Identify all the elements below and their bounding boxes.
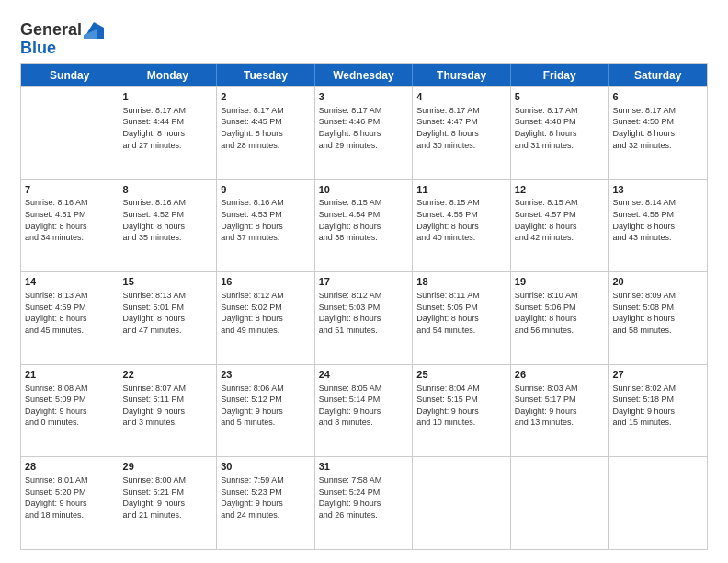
calendar-week-4: 21Sunrise: 8:08 AM Sunset: 5:09 PM Dayli…	[21, 364, 707, 457]
day-number: 7	[25, 183, 115, 197]
logo-icon	[84, 22, 104, 39]
day-number: 31	[319, 460, 409, 474]
calendar-cell: 19Sunrise: 8:10 AM Sunset: 5:06 PM Dayli…	[511, 272, 609, 364]
day-number: 17	[319, 275, 409, 289]
day-number: 19	[515, 275, 605, 289]
day-info: Sunrise: 8:02 AM Sunset: 5:18 PM Dayligh…	[612, 383, 703, 429]
day-number: 23	[221, 368, 311, 382]
day-info: Sunrise: 7:59 AM Sunset: 5:23 PM Dayligh…	[221, 475, 311, 521]
day-info: Sunrise: 8:03 AM Sunset: 5:17 PM Dayligh…	[515, 383, 605, 429]
calendar-week-5: 28Sunrise: 8:01 AM Sunset: 5:20 PM Dayli…	[21, 456, 707, 549]
day-number: 9	[221, 183, 311, 197]
calendar-cell: 6Sunrise: 8:17 AM Sunset: 4:50 PM Daylig…	[609, 87, 707, 179]
day-info: Sunrise: 8:17 AM Sunset: 4:44 PM Dayligh…	[123, 105, 213, 151]
day-number: 3	[319, 90, 409, 104]
calendar-cell: 22Sunrise: 8:07 AM Sunset: 5:11 PM Dayli…	[119, 365, 218, 457]
day-number: 30	[221, 460, 311, 474]
calendar-cell: 18Sunrise: 8:11 AM Sunset: 5:05 PM Dayli…	[413, 272, 511, 364]
calendar-cell: 30Sunrise: 7:59 AM Sunset: 5:23 PM Dayli…	[217, 457, 315, 549]
day-number: 11	[416, 183, 506, 197]
day-number: 22	[123, 368, 213, 382]
day-info: Sunrise: 8:16 AM Sunset: 4:53 PM Dayligh…	[221, 197, 311, 243]
calendar-cell: 16Sunrise: 8:12 AM Sunset: 5:02 PM Dayli…	[217, 272, 315, 364]
day-number: 26	[515, 368, 605, 382]
day-number: 25	[416, 368, 506, 382]
calendar-cell: 12Sunrise: 8:15 AM Sunset: 4:57 PM Dayli…	[511, 180, 609, 272]
calendar-cell	[413, 457, 511, 549]
calendar: Sunday Monday Tuesday Wednesday Thursday…	[20, 63, 708, 550]
header-wednesday: Wednesday	[315, 64, 414, 86]
day-number: 1	[123, 90, 213, 104]
page: General Blue Sunday Monday Tuesday Wedne…	[0, 0, 728, 563]
day-info: Sunrise: 8:10 AM Sunset: 5:06 PM Dayligh…	[515, 290, 605, 336]
day-info: Sunrise: 8:16 AM Sunset: 4:52 PM Dayligh…	[123, 197, 213, 243]
calendar-cell: 11Sunrise: 8:15 AM Sunset: 4:55 PM Dayli…	[413, 180, 511, 272]
calendar-cell: 21Sunrise: 8:08 AM Sunset: 5:09 PM Dayli…	[21, 365, 119, 457]
logo-general-text: General	[20, 20, 82, 40]
day-info: Sunrise: 8:11 AM Sunset: 5:05 PM Dayligh…	[416, 290, 506, 336]
calendar-cell: 24Sunrise: 8:05 AM Sunset: 5:14 PM Dayli…	[315, 365, 414, 457]
day-number: 8	[123, 183, 213, 197]
calendar-cell: 7Sunrise: 8:16 AM Sunset: 4:51 PM Daylig…	[21, 180, 119, 272]
logo: General Blue	[20, 20, 104, 56]
day-info: Sunrise: 8:12 AM Sunset: 5:03 PM Dayligh…	[319, 290, 409, 336]
calendar-cell: 17Sunrise: 8:12 AM Sunset: 5:03 PM Dayli…	[315, 272, 414, 364]
calendar-cell: 25Sunrise: 8:04 AM Sunset: 5:15 PM Dayli…	[413, 365, 511, 457]
calendar-cell: 9Sunrise: 8:16 AM Sunset: 4:53 PM Daylig…	[217, 180, 315, 272]
calendar-week-3: 14Sunrise: 8:13 AM Sunset: 4:59 PM Dayli…	[21, 271, 707, 364]
day-number: 6	[612, 90, 703, 104]
day-info: Sunrise: 8:17 AM Sunset: 4:50 PM Dayligh…	[612, 105, 703, 151]
calendar-cell	[511, 457, 609, 549]
calendar-cell: 1Sunrise: 8:17 AM Sunset: 4:44 PM Daylig…	[119, 87, 218, 179]
day-number: 13	[612, 183, 703, 197]
calendar-cell: 2Sunrise: 8:17 AM Sunset: 4:45 PM Daylig…	[217, 87, 315, 179]
day-info: Sunrise: 8:16 AM Sunset: 4:51 PM Dayligh…	[25, 197, 115, 243]
day-info: Sunrise: 8:14 AM Sunset: 4:58 PM Dayligh…	[612, 197, 703, 243]
day-number: 15	[123, 275, 213, 289]
day-info: Sunrise: 8:01 AM Sunset: 5:20 PM Dayligh…	[25, 475, 115, 521]
day-info: Sunrise: 8:00 AM Sunset: 5:21 PM Dayligh…	[123, 475, 213, 521]
day-info: Sunrise: 8:07 AM Sunset: 5:11 PM Dayligh…	[123, 383, 213, 429]
calendar-cell: 13Sunrise: 8:14 AM Sunset: 4:58 PM Dayli…	[609, 180, 707, 272]
day-info: Sunrise: 8:17 AM Sunset: 4:45 PM Dayligh…	[221, 105, 311, 151]
calendar-cell: 5Sunrise: 8:17 AM Sunset: 4:48 PM Daylig…	[511, 87, 609, 179]
day-info: Sunrise: 8:12 AM Sunset: 5:02 PM Dayligh…	[221, 290, 311, 336]
calendar-cell: 23Sunrise: 8:06 AM Sunset: 5:12 PM Dayli…	[217, 365, 315, 457]
day-info: Sunrise: 8:13 AM Sunset: 5:01 PM Dayligh…	[123, 290, 213, 336]
day-number: 27	[612, 368, 703, 382]
calendar-cell: 20Sunrise: 8:09 AM Sunset: 5:08 PM Dayli…	[609, 272, 707, 364]
calendar-cell: 29Sunrise: 8:00 AM Sunset: 5:21 PM Dayli…	[119, 457, 218, 549]
day-number: 2	[221, 90, 311, 104]
day-number: 12	[515, 183, 605, 197]
day-info: Sunrise: 8:17 AM Sunset: 4:48 PM Dayligh…	[515, 105, 605, 151]
day-info: Sunrise: 8:17 AM Sunset: 4:47 PM Dayligh…	[416, 105, 506, 151]
day-info: Sunrise: 8:15 AM Sunset: 4:54 PM Dayligh…	[319, 197, 409, 243]
day-number: 14	[25, 275, 115, 289]
day-info: Sunrise: 8:09 AM Sunset: 5:08 PM Dayligh…	[612, 290, 703, 336]
day-info: Sunrise: 8:15 AM Sunset: 4:55 PM Dayligh…	[416, 197, 506, 243]
logo-blue-text: Blue	[20, 40, 56, 56]
calendar-cell: 10Sunrise: 8:15 AM Sunset: 4:54 PM Dayli…	[315, 180, 414, 272]
header-thursday: Thursday	[413, 64, 511, 86]
day-info: Sunrise: 8:05 AM Sunset: 5:14 PM Dayligh…	[319, 383, 409, 429]
calendar-header: Sunday Monday Tuesday Wednesday Thursday…	[21, 64, 707, 86]
day-info: Sunrise: 8:15 AM Sunset: 4:57 PM Dayligh…	[515, 197, 605, 243]
calendar-cell: 4Sunrise: 8:17 AM Sunset: 4:47 PM Daylig…	[413, 87, 511, 179]
day-number: 16	[221, 275, 311, 289]
day-info: Sunrise: 8:13 AM Sunset: 4:59 PM Dayligh…	[25, 290, 115, 336]
calendar-cell: 31Sunrise: 7:58 AM Sunset: 5:24 PM Dayli…	[315, 457, 414, 549]
day-number: 4	[416, 90, 506, 104]
calendar-cell	[609, 457, 707, 549]
calendar-cell: 28Sunrise: 8:01 AM Sunset: 5:20 PM Dayli…	[21, 457, 119, 549]
calendar-body: 1Sunrise: 8:17 AM Sunset: 4:44 PM Daylig…	[21, 86, 707, 549]
header-friday: Friday	[511, 64, 609, 86]
calendar-cell: 27Sunrise: 8:02 AM Sunset: 5:18 PM Dayli…	[609, 365, 707, 457]
day-info: Sunrise: 8:17 AM Sunset: 4:46 PM Dayligh…	[319, 105, 409, 151]
calendar-week-1: 1Sunrise: 8:17 AM Sunset: 4:44 PM Daylig…	[21, 86, 707, 179]
calendar-cell	[21, 87, 119, 179]
calendar-cell: 3Sunrise: 8:17 AM Sunset: 4:46 PM Daylig…	[315, 87, 414, 179]
day-info: Sunrise: 8:04 AM Sunset: 5:15 PM Dayligh…	[416, 383, 506, 429]
day-info: Sunrise: 8:08 AM Sunset: 5:09 PM Dayligh…	[25, 383, 115, 429]
header: General Blue	[20, 17, 708, 56]
day-number: 24	[319, 368, 409, 382]
